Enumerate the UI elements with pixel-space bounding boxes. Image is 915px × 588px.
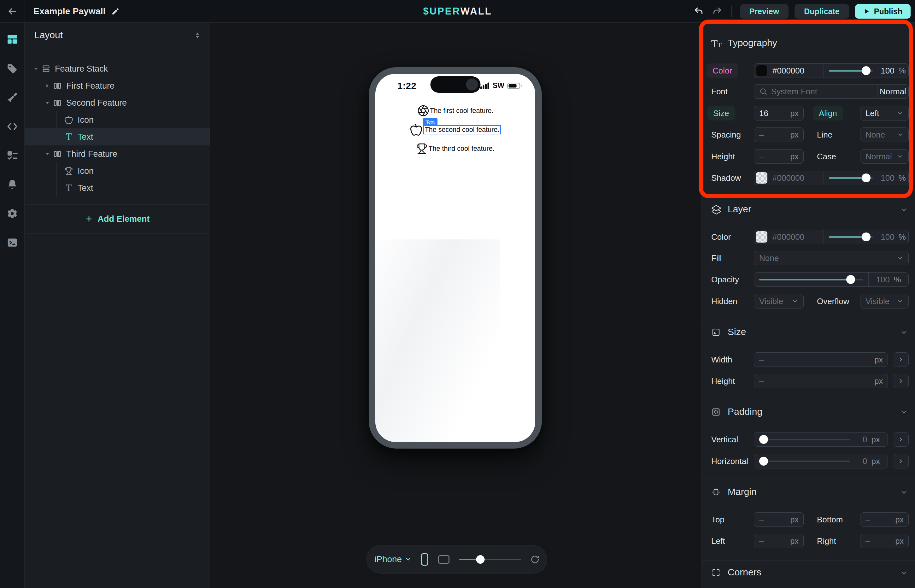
shadow-opacity-value[interactable]: 100% <box>878 171 909 185</box>
rail-item-layout[interactable] <box>6 34 18 45</box>
caret-down-icon[interactable] <box>43 150 52 157</box>
dynamic-island <box>430 76 480 93</box>
transparent-swatch[interactable] <box>756 172 767 184</box>
padding-icon <box>711 407 721 417</box>
font-weight-select[interactable]: Normal <box>877 84 909 99</box>
landscape-toggle[interactable] <box>438 555 449 564</box>
publish-button[interactable]: Publish <box>855 4 910 19</box>
edit-title-button[interactable] <box>111 7 119 15</box>
collapse-chevron-icon[interactable] <box>900 489 908 498</box>
slider-thumb[interactable] <box>862 173 870 183</box>
margin-left-input[interactable]: – px <box>754 534 804 548</box>
align-select[interactable]: Left <box>860 106 909 121</box>
feature-row[interactable]: Text The second cool feature. <box>410 123 501 136</box>
collapse-chevron-icon[interactable] <box>900 569 908 578</box>
caret-down-icon[interactable] <box>43 99 52 106</box>
layer-color-field[interactable]: #000000 <box>754 230 823 244</box>
opacity-slider[interactable] <box>754 273 868 286</box>
tree-item-first-feature[interactable]: First Feature <box>25 77 210 94</box>
letter-spacing-input[interactable]: – px <box>754 128 804 142</box>
padding-vertical-expand-button[interactable] <box>893 432 909 447</box>
transparent-swatch[interactable] <box>756 231 767 242</box>
case-select[interactable]: Normal <box>860 149 909 164</box>
phone-screen[interactable]: 1:22 SW The first cool feature. Text The… <box>375 74 535 442</box>
rail-item-settings[interactable] <box>6 208 18 219</box>
slider-thumb[interactable] <box>862 66 870 75</box>
undo-button[interactable] <box>692 5 705 18</box>
redo-button[interactable] <box>711 5 723 18</box>
margin-left-right-row: Left – px Right – px <box>702 534 915 548</box>
tree-item-text-selected[interactable]: T Text <box>25 128 210 145</box>
height-input[interactable]: – px <box>754 374 888 388</box>
tree-item-icon[interactable]: Icon <box>25 162 210 179</box>
width-input[interactable]: – px <box>754 352 888 367</box>
line-select[interactable]: None <box>860 128 909 142</box>
text-color-opacity-value[interactable]: 100% <box>878 64 909 78</box>
collapse-chevron-icon[interactable] <box>900 409 908 417</box>
height-expand-button[interactable] <box>893 374 909 388</box>
text-color-opacity-slider[interactable] <box>823 64 878 78</box>
add-element-button[interactable]: Add Element <box>25 212 210 226</box>
divider <box>25 233 210 234</box>
padding-vertical-slider[interactable] <box>754 433 855 446</box>
layer-color-opacity-slider[interactable] <box>823 230 878 244</box>
width-expand-button[interactable] <box>893 352 909 367</box>
caret-right-icon[interactable] <box>43 82 52 89</box>
hidden-select[interactable]: Visible <box>754 294 804 309</box>
margin-top-input[interactable]: – px <box>754 512 804 527</box>
canvas[interactable]: 1:22 SW The first cool feature. Text The… <box>210 23 702 588</box>
line-height-input[interactable]: – px <box>754 149 804 164</box>
size-property-chip[interactable]: Size <box>707 106 735 121</box>
layer-color-opacity-value[interactable]: 100% <box>878 230 909 244</box>
shadow-opacity-slider[interactable] <box>823 171 878 185</box>
rail-item-theme[interactable] <box>6 92 18 103</box>
zoom-slider[interactable] <box>459 555 520 564</box>
padding-horizontal-value[interactable]: 0px <box>855 454 888 468</box>
fill-select[interactable]: None <box>754 251 909 265</box>
slider-thumb[interactable] <box>846 275 855 284</box>
duplicate-button[interactable]: Duplicate <box>794 4 849 19</box>
font-size-input[interactable]: 16 px <box>754 106 804 121</box>
selected-text-element[interactable]: Text The second cool feature. <box>423 125 501 134</box>
slider-thumb[interactable] <box>759 435 768 444</box>
tree-item-feature-stack[interactable]: Feature Stack <box>25 60 210 77</box>
padding-vertical-value[interactable]: 0px <box>855 433 888 446</box>
overflow-select[interactable]: Visible <box>860 294 909 309</box>
portrait-toggle[interactable] <box>421 553 428 565</box>
rail-item-code[interactable] <box>6 121 18 132</box>
tree-item-text[interactable]: T Text <box>25 179 210 197</box>
shadow-color-field[interactable]: #000000 <box>754 171 823 185</box>
typography-color-row: Color #000000 100% <box>702 63 915 78</box>
margin-right-input[interactable]: – px <box>860 534 909 548</box>
feature-row[interactable]: The first cool feature. <box>417 105 494 117</box>
color-swatch[interactable] <box>756 65 767 76</box>
status-time: 1:22 <box>397 81 416 91</box>
align-property-chip[interactable]: Align <box>813 106 843 121</box>
collapse-chevron-icon[interactable] <box>900 206 908 215</box>
slider-thumb[interactable] <box>759 457 768 465</box>
preview-button[interactable]: Preview <box>740 4 789 19</box>
back-button[interactable] <box>0 0 24 23</box>
rail-item-products[interactable] <box>6 63 18 74</box>
margin-bottom-input[interactable]: – px <box>860 512 909 527</box>
tree-item-icon[interactable]: Icon <box>25 111 210 128</box>
padding-horizontal-slider[interactable] <box>754 454 855 468</box>
rail-item-notifications[interactable] <box>6 179 18 190</box>
feature-row[interactable]: The third cool feature. <box>416 143 494 155</box>
refresh-icon[interactable] <box>531 554 539 564</box>
font-search-field[interactable]: System Font <box>754 84 877 99</box>
color-property-chip[interactable]: Color <box>707 63 738 78</box>
padding-horizontal-expand-button[interactable] <box>893 454 909 468</box>
text-color-swatch-field[interactable]: #000000 <box>754 64 823 78</box>
slider-thumb[interactable] <box>862 233 870 241</box>
tree-item-second-feature[interactable]: Second Feature <box>25 94 210 111</box>
rail-item-console[interactable] <box>6 237 18 248</box>
zoom-slider-thumb[interactable] <box>476 555 484 564</box>
sort-arrows-icon[interactable] <box>194 31 202 41</box>
caret-down-icon[interactable] <box>31 65 41 72</box>
device-select[interactable]: iPhone <box>374 554 411 564</box>
opacity-value[interactable]: 100% <box>868 273 909 286</box>
collapse-chevron-icon[interactable] <box>900 329 908 338</box>
rail-item-tasks[interactable] <box>6 150 18 161</box>
tree-item-third-feature[interactable]: Third Feature <box>25 145 210 162</box>
